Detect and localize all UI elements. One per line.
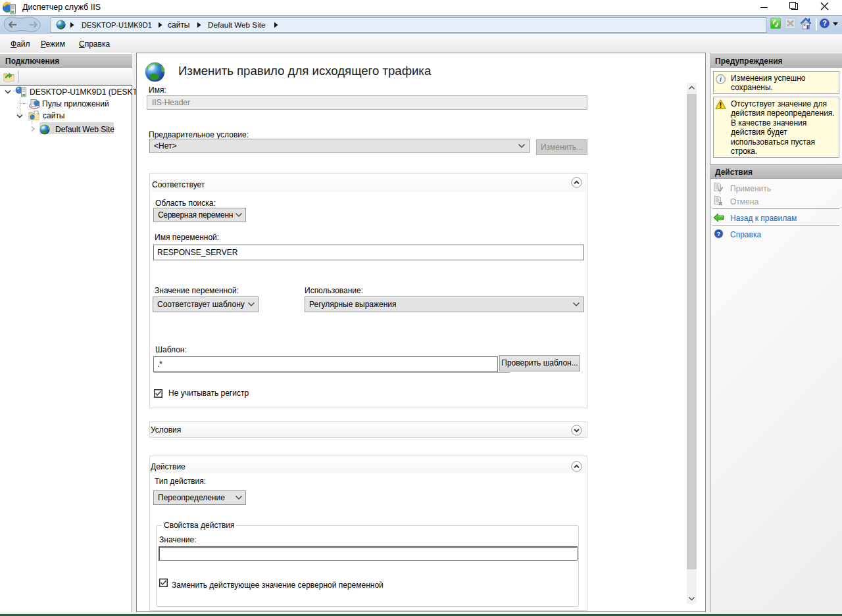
svg-text:i: i	[720, 76, 722, 83]
svg-text:?: ?	[717, 230, 721, 237]
svg-text:?: ?	[822, 19, 827, 27]
